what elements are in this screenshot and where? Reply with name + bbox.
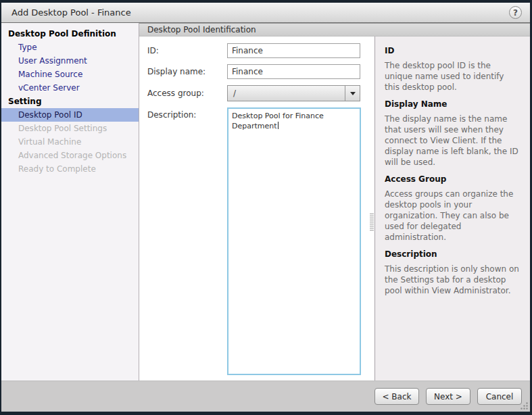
resize-grip-icon[interactable] — [520, 401, 529, 410]
pool-identification-form: ID: Display name: Access group: / — [139, 36, 374, 381]
sidebar-item-machine-source[interactable]: Machine Source — [1, 68, 139, 81]
sidebar-item-desktop-pool-id[interactable]: Desktop Pool ID — [1, 108, 139, 122]
next-button[interactable]: Next > — [426, 388, 470, 405]
description-label: Description: — [139, 107, 227, 120]
sidebar-section-desktop-pool-definition: Desktop Pool Definition — [1, 27, 139, 41]
splitter-grip[interactable] — [370, 214, 374, 231]
text-caret — [278, 122, 279, 129]
help-text-description: This description is only shown on the Se… — [385, 264, 521, 296]
wizard-footer: < Back Next > Cancel — [1, 381, 530, 412]
help-heading-id: ID — [385, 46, 521, 55]
id-field[interactable] — [227, 43, 360, 58]
add-desktop-pool-dialog: Add Desktop Pool - Finance ? Desktop Poo… — [0, 0, 532, 415]
help-text-id: The desktop pool ID is the unique name u… — [385, 60, 521, 93]
help-text-access-group: Access groups can organize the desktop p… — [385, 189, 521, 243]
page-title: Desktop Pool Identification — [139, 23, 530, 36]
id-label: ID: — [139, 46, 227, 55]
display-name-label: Display name: — [139, 67, 227, 76]
dialog-title: Add Desktop Pool - Finance — [11, 7, 509, 18]
sidebar-item-advanced-storage-options: Advanced Storage Options — [1, 149, 139, 162]
title-bar: Add Desktop Pool - Finance ? — [1, 3, 530, 23]
description-textarea[interactable]: Desktop Pool for Finance Department — [227, 107, 361, 375]
sidebar-item-desktop-pool-settings: Desktop Pool Settings — [1, 122, 139, 135]
chevron-down-icon[interactable] — [345, 86, 360, 101]
help-heading-description: Description — [385, 249, 521, 259]
back-button[interactable]: < Back — [374, 388, 419, 405]
help-text-display-name: The display name is the name that users … — [385, 114, 521, 168]
sidebar-item-type[interactable]: Type — [1, 41, 139, 54]
access-group-selected-value: / — [228, 89, 345, 98]
help-icon[interactable]: ? — [509, 6, 522, 19]
sidebar-section-setting: Setting — [1, 95, 139, 108]
help-heading-access-group: Access Group — [385, 174, 521, 184]
access-group-label: Access group: — [139, 89, 227, 98]
access-group-select[interactable]: / — [227, 85, 360, 101]
help-heading-display-name: Display Name — [385, 99, 521, 109]
cancel-button[interactable]: Cancel — [477, 388, 522, 405]
sidebar-item-ready-to-complete: Ready to Complete — [1, 162, 139, 176]
sidebar-item-vcenter-server[interactable]: vCenter Server — [1, 81, 139, 95]
sidebar-item-virtual-machine: Virtual Machine — [1, 135, 139, 149]
sidebar-item-user-assignment[interactable]: User Assignment — [1, 54, 139, 68]
wizard-step-sidebar: Desktop Pool Definition Type User Assign… — [1, 23, 139, 381]
contextual-help-panel: ID The desktop pool ID is the unique nam… — [374, 36, 530, 381]
display-name-field[interactable] — [227, 64, 360, 79]
